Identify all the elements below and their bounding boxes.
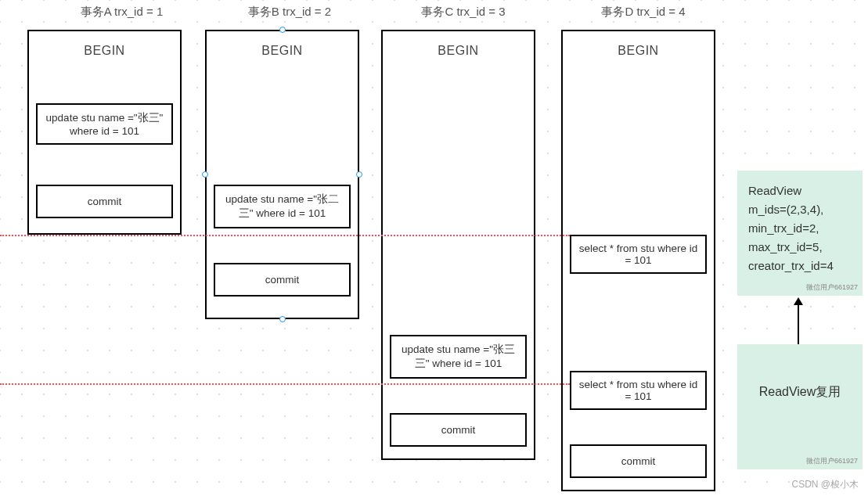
readview2-watermark: 微信用户661927 xyxy=(806,455,858,466)
selection-handle-right[interactable] xyxy=(356,171,362,178)
readview-reuse-label: ReadView复用 xyxy=(748,382,852,402)
readview-l5: creator_trx_id=4 xyxy=(748,257,852,275)
readview-arrow-line xyxy=(798,304,799,344)
trx-d-select-2: select * from stu where id = 101 xyxy=(570,371,707,410)
trx-d-commit: commit xyxy=(570,444,707,478)
trx-c-update: update stu name ="张三三" where id = 101 xyxy=(390,335,527,379)
timeline-divider-2 xyxy=(0,383,570,385)
readview-l1: ReadView xyxy=(748,182,852,200)
trx-a-commit: commit xyxy=(36,185,173,218)
readview-l2: m_ids=(2,3,4), xyxy=(748,200,852,219)
trx-d-begin: BEGIN xyxy=(618,44,658,58)
trx-c-commit: commit xyxy=(390,413,527,447)
selection-handle-left[interactable] xyxy=(202,171,208,178)
readview-arrow-head-icon xyxy=(794,297,803,305)
readview1-watermark: 微信用户661927 xyxy=(806,282,858,293)
trx-a-update: update stu name ="张三" where id = 101 xyxy=(36,103,173,145)
trx-b-commit: commit xyxy=(214,263,351,297)
title-trx-c: 事务C trx_id = 3 xyxy=(381,5,546,20)
selection-handle-top[interactable] xyxy=(279,27,286,33)
trx-b-begin: BEGIN xyxy=(261,44,302,58)
trx-c-begin: BEGIN xyxy=(438,44,478,58)
timeline-divider-1 xyxy=(0,235,570,236)
trx-b-update: update stu name ="张二三" where id = 101 xyxy=(214,185,351,228)
trx-d-select-1: select * from stu where id = 101 xyxy=(570,235,707,274)
title-trx-b: 事务B trx_id = 2 xyxy=(207,5,372,20)
readview-box-2: ReadView复用 微信用户661927 xyxy=(737,344,863,469)
readview-l4: max_trx_id=5, xyxy=(748,238,852,257)
title-trx-d: 事务D trx_id = 4 xyxy=(561,5,726,20)
trx-c-column: BEGIN xyxy=(381,30,535,460)
trx-a-begin: BEGIN xyxy=(84,44,124,58)
selection-handle-bottom[interactable] xyxy=(279,316,286,322)
readview-box-1: ReadView m_ids=(2,3,4), min_trx_id=2, ma… xyxy=(737,171,863,296)
title-trx-a: 事务A trx_id = 1 xyxy=(45,5,198,20)
readview-l3: min_trx_id=2, xyxy=(748,219,852,238)
page-watermark: CSDN @梭小木 xyxy=(791,478,859,491)
